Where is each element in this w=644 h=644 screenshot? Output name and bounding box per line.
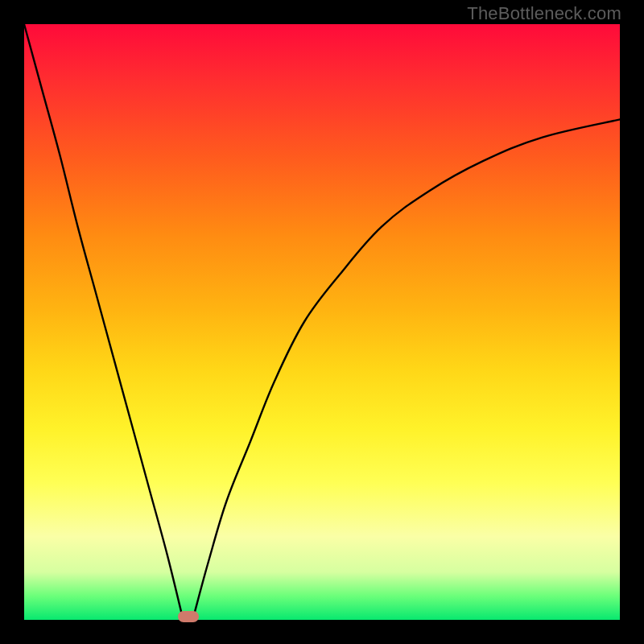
minimum-marker (178, 611, 199, 622)
watermark-text: TheBottleneck.com (467, 3, 621, 24)
chart-frame: TheBottleneck.com (0, 0, 644, 644)
curve-left-branch (24, 24, 182, 615)
chart-curve (24, 24, 620, 620)
curve-right-branch (194, 119, 620, 615)
